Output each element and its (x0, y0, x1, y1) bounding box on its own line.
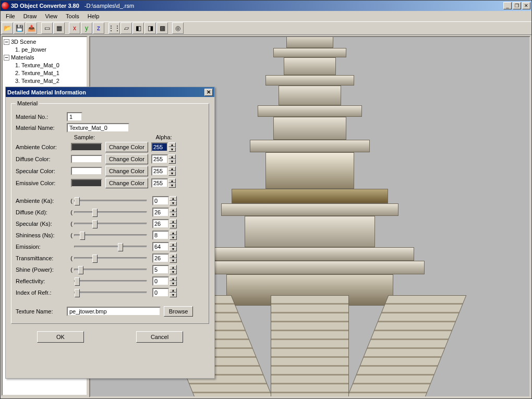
sp-value-input[interactable] (152, 265, 169, 274)
em-slider-thumb[interactable] (118, 243, 123, 251)
spin-up-icon[interactable]: ▲ (170, 231, 177, 235)
spin-down-icon[interactable]: ▼ (170, 293, 177, 297)
diffuse-alpha-input[interactable] (151, 154, 168, 164)
spin-down-icon[interactable]: ▼ (170, 281, 177, 286)
emissive-alpha-spinner[interactable]: ▲▼ (151, 178, 176, 188)
spin-up-icon[interactable]: ▲ (170, 288, 177, 293)
sp-slider-thumb[interactable] (78, 266, 83, 274)
ns-slider-thumb[interactable] (80, 232, 85, 240)
ks-value-input[interactable] (152, 219, 169, 228)
kd-slider-thumb[interactable] (92, 209, 98, 217)
diffuse-change-color-button[interactable]: Change Color (105, 154, 148, 164)
smooth-icon[interactable]: ◨ (144, 22, 156, 34)
spin-down-icon[interactable]: ▼ (170, 270, 177, 274)
tree-materials[interactable]: Materials (11, 54, 34, 61)
tree-item-material[interactable]: 2. Texture_Mat_1 (4, 69, 86, 77)
spin-down-icon[interactable]: ▼ (170, 224, 177, 228)
material-no-input[interactable] (67, 112, 82, 122)
ns-value-input[interactable] (152, 231, 169, 240)
spin-up-icon[interactable]: ▲ (170, 253, 177, 258)
specular-alpha-input[interactable] (151, 166, 168, 176)
spin-up-icon[interactable]: ▲ (170, 196, 177, 201)
points-icon[interactable]: ⋮⋮ (108, 22, 120, 34)
export-icon[interactable]: 📤 (26, 22, 37, 34)
ambient-change-color-button[interactable]: Change Color (105, 142, 148, 152)
kd-spinner[interactable]: ▲▼ (152, 208, 177, 217)
emissive-change-color-button[interactable]: Change Color (105, 178, 148, 188)
tree-item-object[interactable]: 1. pe_jtower (4, 46, 86, 54)
spin-down-icon[interactable]: ▼ (170, 258, 177, 263)
ks-spinner[interactable]: ▲▼ (152, 219, 177, 228)
info-icon[interactable]: ◎ (172, 22, 184, 34)
rf-slider[interactable] (74, 280, 147, 282)
spin-up-icon[interactable]: ▲ (170, 242, 177, 247)
diffuse-color-swatch[interactable] (71, 155, 102, 163)
spin-up-icon[interactable]: ▲ (168, 142, 176, 147)
sp-slider[interactable] (74, 269, 147, 271)
em-value-input[interactable] (152, 242, 169, 251)
tr-slider-thumb[interactable] (92, 255, 98, 263)
ns-slider[interactable] (74, 234, 147, 236)
ambient-alpha-input[interactable] (151, 142, 168, 152)
texture-name-input[interactable] (67, 307, 161, 316)
collapse-icon[interactable]: − (4, 39, 9, 45)
browse-button[interactable]: Browse (164, 306, 193, 317)
tr-slider[interactable] (74, 257, 147, 259)
axis-x-icon[interactable]: x (69, 22, 80, 34)
tr-spinner[interactable]: ▲▼ (152, 253, 177, 263)
maximize-button[interactable]: ❐ (513, 2, 521, 9)
tr-value-input[interactable] (152, 253, 169, 263)
ir-slider[interactable] (74, 292, 147, 294)
ks-slider-thumb[interactable] (92, 220, 98, 228)
em-spinner[interactable]: ▲▼ (152, 242, 177, 251)
spin-down-icon[interactable]: ▼ (168, 183, 176, 188)
axis-y-icon[interactable]: y (81, 22, 92, 34)
tree-item-material[interactable]: 3. Texture_Mat_2 (4, 77, 86, 85)
spin-up-icon[interactable]: ▲ (168, 166, 176, 171)
emissive-alpha-input[interactable] (151, 178, 168, 188)
ir-spinner[interactable]: ▲▼ (152, 288, 177, 297)
rf-spinner[interactable]: ▲▼ (152, 276, 177, 286)
spin-down-icon[interactable]: ▼ (170, 235, 177, 240)
tree-root[interactable]: 3D Scene (11, 39, 36, 45)
spin-up-icon[interactable]: ▲ (170, 208, 177, 212)
spin-down-icon[interactable]: ▼ (168, 147, 176, 152)
kd-slider[interactable] (74, 211, 147, 213)
rf-value-input[interactable] (152, 276, 169, 286)
specular-change-color-button[interactable]: Change Color (105, 166, 148, 176)
menu-help[interactable]: Help (83, 12, 104, 20)
spin-down-icon[interactable]: ▼ (170, 212, 177, 217)
minimize-button[interactable]: _ (503, 2, 512, 9)
rf-slider-thumb[interactable] (75, 277, 80, 286)
ks-slider[interactable] (74, 223, 147, 225)
menu-draw[interactable]: Draw (19, 12, 41, 20)
menu-file[interactable]: File (2, 12, 19, 20)
spin-up-icon[interactable]: ▲ (168, 178, 176, 183)
spin-up-icon[interactable]: ▲ (170, 265, 177, 270)
sp-spinner[interactable]: ▲▼ (152, 265, 177, 274)
dialog-close-button[interactable]: ✕ (204, 89, 213, 96)
save-icon[interactable]: 💾 (14, 22, 25, 34)
tex-icon[interactable]: ▩ (156, 22, 168, 34)
spin-up-icon[interactable]: ▲ (170, 219, 177, 224)
ka-slider[interactable] (74, 200, 147, 202)
collapse-icon[interactable]: − (4, 55, 9, 61)
specular-color-swatch[interactable] (71, 167, 102, 175)
em-slider[interactable] (74, 246, 147, 248)
ir-value-input[interactable] (152, 288, 169, 297)
view1-icon[interactable]: ▭ (41, 22, 53, 34)
ok-button[interactable]: OK (37, 331, 84, 343)
diffuse-alpha-spinner[interactable]: ▲▼ (151, 154, 176, 164)
spin-down-icon[interactable]: ▼ (170, 201, 177, 205)
axis-z-icon[interactable]: z (93, 22, 104, 34)
flat-icon[interactable]: ◧ (132, 22, 144, 34)
spin-up-icon[interactable]: ▲ (168, 154, 176, 159)
spin-down-icon[interactable]: ▼ (168, 171, 176, 176)
ir-slider-thumb[interactable] (75, 289, 80, 297)
specular-alpha-spinner[interactable]: ▲▼ (151, 166, 176, 176)
menu-tools[interactable]: Tools (62, 12, 83, 20)
emissive-color-swatch[interactable] (71, 179, 102, 187)
tree-item-material[interactable]: 1. Texture_Mat_0 (4, 62, 86, 69)
ka-spinner[interactable]: ▲▼ (152, 196, 177, 205)
open-icon[interactable]: 📂 (2, 22, 13, 34)
